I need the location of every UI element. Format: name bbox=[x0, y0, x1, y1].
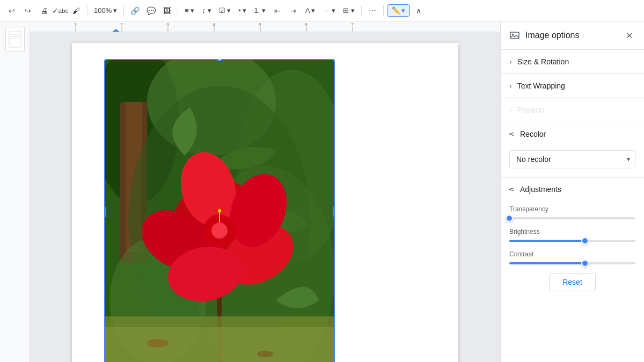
selected-image bbox=[104, 59, 335, 362]
size-rotation-header[interactable]: › Size & Rotation bbox=[501, 50, 644, 73]
separator-5 bbox=[383, 5, 384, 16]
adjustments-content: Transparency Brightness Cont bbox=[501, 201, 644, 300]
svg-rect-41 bbox=[104, 327, 335, 362]
brightness-fill bbox=[509, 240, 585, 242]
handle-top-left[interactable] bbox=[104, 59, 106, 61]
linespacing-dropdown[interactable]: ↕ ▾ bbox=[199, 5, 214, 16]
page-thumb-icon bbox=[9, 31, 21, 48]
svg-text:5: 5 bbox=[259, 22, 261, 27]
handle-middle-left[interactable] bbox=[104, 206, 106, 217]
separator-1 bbox=[87, 5, 87, 16]
svg-text:3: 3 bbox=[166, 22, 169, 27]
brightness-label: Brightness bbox=[509, 228, 635, 235]
more-button[interactable]: ⋯ bbox=[365, 3, 380, 18]
text-wrapping-chevron: › bbox=[509, 82, 512, 90]
zoom-value: 100% bbox=[94, 6, 112, 14]
horizontal-ruler: 1 2 3 4 5 6 7 bbox=[30, 21, 500, 32]
svg-text:4: 4 bbox=[213, 22, 215, 27]
svg-text:2: 2 bbox=[120, 22, 123, 27]
recolor-select[interactable]: No recolor Grayscale Sepia Negative bbox=[509, 150, 635, 168]
linestyle-dropdown[interactable]: — ▾ bbox=[319, 5, 339, 16]
separator-4 bbox=[361, 5, 362, 16]
svg-point-43 bbox=[257, 351, 273, 357]
image-options-icon bbox=[509, 30, 520, 41]
document-page[interactable] bbox=[72, 43, 458, 362]
brightness-track[interactable] bbox=[509, 240, 635, 242]
toolbar: ↩ ↪ 🖨 ✓abc 🖌 100% ▾ 🔗 💬 🖼 ≡ ▾ ↕ ▾ ☑ ▾ • … bbox=[0, 0, 644, 21]
link-button[interactable]: 🔗 bbox=[127, 3, 142, 18]
section-text-wrapping: › Text Wrapping bbox=[501, 74, 644, 98]
svg-rect-0 bbox=[9, 31, 21, 47]
flower-image bbox=[104, 59, 335, 362]
document-area: 1 2 3 4 5 6 7 bbox=[30, 21, 500, 362]
text-wrapping-header[interactable]: › Text Wrapping bbox=[501, 74, 644, 98]
position-header[interactable]: › Position bbox=[501, 98, 644, 122]
brightness-thumb[interactable] bbox=[581, 237, 589, 245]
page-wrapper bbox=[30, 32, 500, 362]
brightness-group: Brightness bbox=[509, 228, 635, 242]
undo-button[interactable]: ↩ bbox=[4, 3, 19, 18]
svg-point-37 bbox=[211, 223, 228, 239]
recolor-title: Recolor bbox=[520, 130, 546, 138]
transparency-label: Transparency bbox=[509, 205, 635, 213]
size-rotation-title: Size & Rotation bbox=[517, 57, 569, 66]
transparency-track[interactable] bbox=[509, 217, 635, 219]
svg-text:7: 7 bbox=[351, 22, 354, 27]
svg-rect-4 bbox=[30, 21, 500, 32]
close-panel-button[interactable]: ✕ bbox=[623, 29, 635, 42]
section-adjustments: ∨ Adjustments Transparency Brightness bbox=[501, 178, 644, 300]
highlight-icon: ✏️ bbox=[392, 6, 400, 14]
size-rotation-chevron: › bbox=[509, 57, 512, 66]
contrast-thumb[interactable] bbox=[581, 260, 589, 267]
separator-3 bbox=[178, 5, 178, 16]
recolor-select-wrapper: No recolor Grayscale Sepia Negative ▾ bbox=[509, 150, 635, 168]
recolor-content: No recolor Grayscale Sepia Negative ▾ bbox=[501, 146, 644, 177]
adjustments-header[interactable]: ∨ Adjustments bbox=[501, 178, 644, 201]
checklist-dropdown[interactable]: ☑ ▾ bbox=[216, 5, 235, 16]
svg-point-39 bbox=[218, 209, 221, 212]
zoom-dropdown[interactable]: 100% ▾ bbox=[91, 5, 120, 16]
adjustments-title: Adjustments bbox=[520, 185, 561, 194]
collapse-button[interactable]: ∧ bbox=[411, 3, 426, 18]
image-container[interactable] bbox=[104, 59, 335, 362]
highlight-color-btn[interactable]: ✏️ ▾ bbox=[387, 4, 410, 17]
adjustments-chevron: ∨ bbox=[508, 187, 516, 192]
svg-point-45 bbox=[512, 34, 514, 35]
redo-button[interactable]: ↪ bbox=[20, 3, 35, 18]
position-chevron: › bbox=[509, 106, 512, 114]
handle-top-right[interactable] bbox=[333, 59, 335, 61]
panel-title: Image options bbox=[525, 31, 617, 40]
svg-point-42 bbox=[147, 339, 169, 348]
indent-more-button[interactable]: ⇥ bbox=[286, 3, 301, 18]
spellcheck-button[interactable]: ✓abc bbox=[53, 3, 68, 18]
comment-button[interactable]: 💬 bbox=[143, 3, 158, 18]
contrast-track[interactable] bbox=[509, 262, 635, 264]
main-area: 1 2 3 4 5 6 7 bbox=[0, 21, 644, 362]
reset-button[interactable]: Reset bbox=[549, 273, 596, 291]
indent-less-button[interactable]: ⇤ bbox=[270, 3, 285, 18]
paintformat-button[interactable]: 🖌 bbox=[69, 3, 84, 18]
svg-text:1: 1 bbox=[74, 22, 77, 27]
panel-header: Image options ✕ bbox=[501, 21, 644, 50]
print-button[interactable]: 🖨 bbox=[36, 3, 52, 18]
bullets-dropdown[interactable]: • ▾ bbox=[235, 5, 250, 16]
recolor-header[interactable]: ∨ Recolor bbox=[501, 122, 644, 146]
image-options-panel: Image options ✕ › Size & Rotation › Text… bbox=[500, 21, 644, 362]
numbered-dropdown[interactable]: 1. ▾ bbox=[251, 5, 268, 16]
separator-2 bbox=[123, 5, 124, 16]
highlight-dropdown[interactable]: A ▾ bbox=[302, 5, 319, 16]
page-navigator bbox=[0, 21, 30, 362]
handle-top-middle[interactable] bbox=[217, 59, 222, 61]
highlight-arrow: ▾ bbox=[401, 6, 405, 14]
page-thumbnail[interactable] bbox=[5, 27, 25, 51]
table-dropdown[interactable]: ⊞ ▾ bbox=[340, 5, 358, 16]
svg-rect-44 bbox=[510, 32, 519, 39]
position-title: Position bbox=[517, 106, 544, 114]
align-dropdown[interactable]: ≡ ▾ bbox=[181, 5, 197, 16]
transparency-thumb[interactable] bbox=[506, 215, 513, 222]
image-button[interactable]: 🖼 bbox=[159, 3, 174, 18]
section-size-rotation: › Size & Rotation bbox=[501, 50, 644, 74]
handle-middle-right[interactable] bbox=[333, 206, 335, 217]
contrast-label: Contrast bbox=[509, 250, 635, 258]
transparency-group: Transparency bbox=[509, 205, 635, 219]
